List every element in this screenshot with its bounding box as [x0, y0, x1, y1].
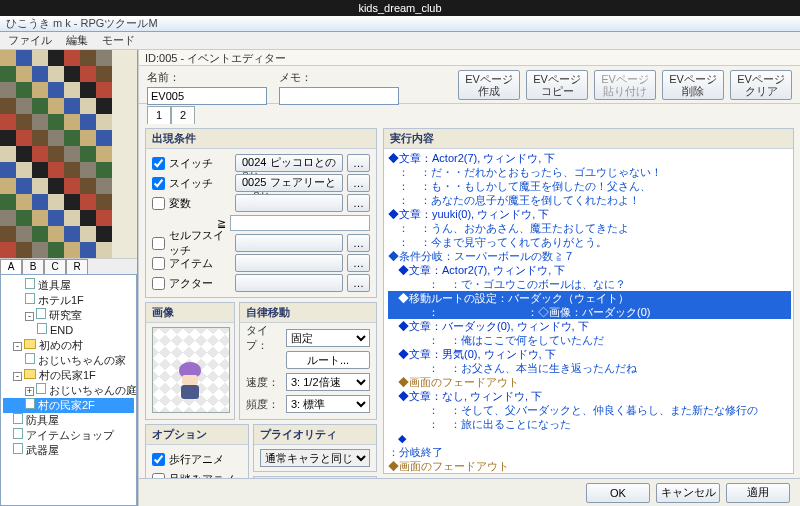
tree-item[interactable]: 防具屋 [3, 413, 134, 428]
tile[interactable] [96, 210, 112, 226]
tile[interactable] [0, 98, 16, 114]
tree-item[interactable]: 武器屋 [3, 443, 134, 458]
tile[interactable] [0, 114, 16, 130]
evpage-button[interactable]: EVページ作成 [458, 70, 520, 100]
tree-item[interactable]: END [3, 323, 134, 338]
route-button[interactable]: ルート... [286, 351, 370, 369]
tileset-tab-A[interactable]: A [0, 259, 22, 275]
cond-more-button[interactable]: … [347, 154, 370, 172]
tile[interactable] [48, 226, 64, 242]
tile[interactable] [64, 242, 80, 258]
tile[interactable] [0, 162, 16, 178]
tile[interactable] [48, 50, 64, 66]
tree-item[interactable]: ホテル1F [3, 293, 134, 308]
tile[interactable] [32, 178, 48, 194]
tile[interactable] [0, 146, 16, 162]
tree-item[interactable]: 道具屋 [3, 278, 134, 293]
tile[interactable] [80, 82, 96, 98]
tileset-tab-R[interactable]: R [66, 259, 88, 275]
tile[interactable] [80, 146, 96, 162]
command-line[interactable]: ： ：だ・・だれかとおもったら、ゴユウじゃない！ [388, 165, 791, 179]
tile[interactable] [96, 82, 112, 98]
tile[interactable] [16, 162, 32, 178]
tile[interactable] [32, 114, 48, 130]
tile[interactable] [96, 194, 112, 210]
tile[interactable] [32, 50, 48, 66]
cond-more-button[interactable]: … [347, 254, 370, 272]
tile[interactable] [32, 194, 48, 210]
command-line[interactable]: ◆ [388, 431, 791, 445]
tile[interactable] [16, 210, 32, 226]
tile[interactable] [64, 82, 80, 98]
tile[interactable] [0, 226, 16, 242]
tile[interactable] [0, 210, 16, 226]
tile[interactable] [96, 130, 112, 146]
cond-value-button[interactable] [235, 194, 343, 212]
command-line[interactable]: ◆文章：yuuki(0), ウィンドウ, 下 [388, 207, 791, 221]
evpage-button[interactable]: EVページクリア [730, 70, 792, 100]
cond-value-button[interactable]: 0024 ピッコロとの別れ [235, 154, 343, 172]
tile[interactable] [48, 178, 64, 194]
memo-input[interactable] [279, 87, 399, 105]
tile[interactable] [48, 146, 64, 162]
tile[interactable] [96, 178, 112, 194]
map-tree[interactable]: 道具屋ホテル1F-研究室END-初めの村おじいちゃんの家-村の民家1F+おじいち… [0, 274, 137, 506]
tile[interactable] [16, 194, 32, 210]
cond-checkbox[interactable] [152, 197, 165, 210]
tile[interactable] [16, 146, 32, 162]
tile[interactable] [16, 130, 32, 146]
tile[interactable] [64, 210, 80, 226]
cond-checkbox[interactable] [152, 277, 165, 290]
type-select[interactable]: 固定 [286, 329, 370, 347]
command-line[interactable]: ◆画面のフェードアウト [388, 459, 791, 473]
tile[interactable] [32, 226, 48, 242]
tile[interactable] [64, 50, 80, 66]
tile[interactable] [32, 162, 48, 178]
tile[interactable] [96, 226, 112, 242]
tile[interactable] [96, 146, 112, 162]
tree-item[interactable]: -初めの村 [3, 338, 134, 353]
tile[interactable] [16, 66, 32, 82]
tile[interactable] [16, 242, 32, 258]
tile[interactable] [80, 194, 96, 210]
tile[interactable] [80, 210, 96, 226]
tile[interactable] [32, 146, 48, 162]
tile[interactable] [0, 242, 16, 258]
tile[interactable] [32, 66, 48, 82]
tile[interactable] [16, 226, 32, 242]
cond-value-button[interactable] [235, 234, 343, 252]
tile[interactable] [96, 66, 112, 82]
command-line[interactable]: ◆移動ルートの設定：バーダック（ウェイト） [388, 291, 791, 305]
tile[interactable] [0, 66, 16, 82]
command-line[interactable]: ◆文章：男気(0), ウィンドウ, 下 [388, 347, 791, 361]
tile[interactable] [80, 242, 96, 258]
tile[interactable] [16, 114, 32, 130]
tile[interactable] [80, 98, 96, 114]
tileset-palette[interactable] [0, 50, 112, 258]
command-line[interactable]: ： ：うん、おかあさん、魔王たおしてきたよ [388, 221, 791, 235]
tile[interactable] [48, 130, 64, 146]
tree-item[interactable]: -研究室 [3, 308, 134, 323]
tile[interactable] [64, 66, 80, 82]
tile[interactable] [48, 242, 64, 258]
tile[interactable] [96, 98, 112, 114]
tile[interactable] [16, 98, 32, 114]
option-checkbox[interactable] [152, 453, 165, 466]
menu-edit[interactable]: 編集 [66, 33, 88, 48]
priority-select[interactable]: 通常キャラと同じ [260, 449, 370, 467]
tile[interactable] [32, 98, 48, 114]
cond-checkbox[interactable] [152, 157, 165, 170]
tree-item[interactable]: アイテムショップ [3, 428, 134, 443]
speed-select[interactable]: 3: 1/2倍速 [286, 373, 370, 391]
tile[interactable] [80, 130, 96, 146]
tile[interactable] [32, 82, 48, 98]
tree-item[interactable]: おじいちゃんの家 [3, 353, 134, 368]
tree-item[interactable]: +おじいちゃんの庭 [3, 383, 134, 398]
cond-value-button[interactable] [235, 254, 343, 272]
tile[interactable] [80, 66, 96, 82]
tile[interactable] [64, 226, 80, 242]
command-line[interactable]: ：分岐終了 [388, 445, 791, 459]
cond-value-button[interactable] [235, 274, 343, 292]
apply-button[interactable]: 適用 [726, 483, 790, 503]
cond-more-button[interactable]: … [347, 234, 370, 252]
